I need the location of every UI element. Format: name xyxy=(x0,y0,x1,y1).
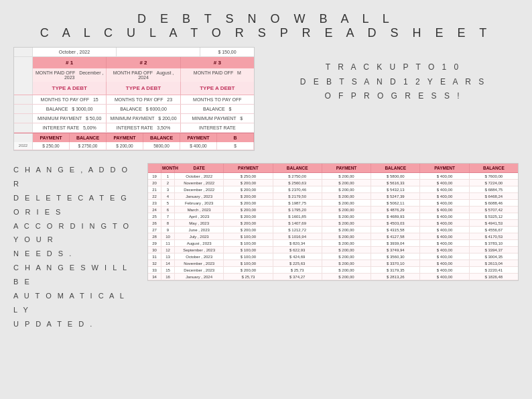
table-row: 202November , 2022$ 200,00$ 2560,63$ 200… xyxy=(148,180,518,186)
row-label xyxy=(14,114,33,123)
table-cell: 4 xyxy=(161,193,175,199)
table-cell: January , 2023 xyxy=(175,193,224,199)
table-cell: $ 820,34 xyxy=(273,240,322,246)
table-row: 257April , 2023$ 200,00$ 1601,85$ 200,00… xyxy=(148,213,518,220)
change-line3: A C C O R D I N G T O Y O U R xyxy=(13,219,134,247)
balance-1: BALANCE $ 3000,00 xyxy=(33,105,107,113)
table-row: 3214November , 2023$ 100,00$ 225,63$ 200… xyxy=(148,260,518,267)
change-line5: C H A N G E S W I L L B E xyxy=(13,261,134,289)
title-line1: D E B T S N O W B A L L xyxy=(40,12,492,26)
type-debt-1: TYPE A DEBT xyxy=(33,82,107,95)
table-cell: $ 5062,11 xyxy=(371,200,420,206)
table-cell: 24 xyxy=(148,207,161,213)
table-cell: 26 xyxy=(148,220,161,226)
table-cell: $ 3370,10 xyxy=(371,260,420,266)
table-cell: $ 200,00 xyxy=(224,186,273,192)
payment-labels-row: PAYMENT BALANCE PAYMENT BALANCE PAYMENT … xyxy=(14,133,254,142)
interest-1: INTEREST RATE 5,00% xyxy=(33,123,107,132)
table-cell: $ 200,00 xyxy=(322,173,371,179)
table-cell: $ 200,00 xyxy=(224,267,273,273)
bal-val-2: 5800,00 xyxy=(143,142,180,150)
row-label xyxy=(14,123,33,132)
table-cell: $ 4503,03 xyxy=(371,220,420,226)
header-pay3: PAYMENT xyxy=(420,164,469,172)
table-cell: $ 400,00 xyxy=(420,240,469,246)
table-cell: $ 2179,50 xyxy=(273,193,322,199)
table-cell: $ 5616,33 xyxy=(371,180,420,186)
type-debt-row: TYPE A DEBT TYPE A DEBT TYPE A DEBT xyxy=(14,82,254,95)
row-label xyxy=(14,57,33,68)
table-cell: $ 400,00 xyxy=(420,267,469,273)
table-cell: December , 2023 xyxy=(175,267,224,273)
table-cell: 1 xyxy=(161,173,175,179)
table-cell: $ 6468,24 xyxy=(470,193,518,199)
table-cell: $ 2560,63 xyxy=(273,180,322,186)
table-row: 268May , 2023$ 200,00$ 1407,69$ 200,00$ … xyxy=(148,220,518,227)
table-cell: $ 5325,12 xyxy=(470,213,518,219)
balance-row: BALANCE $ 3000,00 BALANCE $ 6000,00 BALA… xyxy=(14,105,254,114)
table-cell: $ 100,00 xyxy=(224,253,273,260)
table-cell: $ 200,00 xyxy=(224,193,273,199)
pay-val-3: $ 400,00 xyxy=(180,142,217,150)
table-cell: $ 2220,41 xyxy=(470,267,518,273)
min-pay-1: MINIMUM PAYMENT $ 50,00 xyxy=(33,114,107,123)
ssb-body: 191October , 2022$ 250,00$ 2750,00$ 200,… xyxy=(148,173,518,280)
table-cell: $ 200,00 xyxy=(322,253,371,260)
title-area: D E B T S N O W B A L L C A L C U L A T … xyxy=(40,12,492,40)
table-row: 3416January , 2024$ 25,73$ 374,27$ 200,0… xyxy=(148,274,518,280)
bal-label-2: BALANCE xyxy=(143,133,180,142)
table-cell: $ 3783,10 xyxy=(470,240,518,246)
table-cell: $ 400,00 xyxy=(420,274,469,280)
table-row: 3113October , 2023$ 100,00$ 424,69$ 200,… xyxy=(148,253,518,260)
table-cell: $ 3560,30 xyxy=(371,253,420,260)
change-line7: U P D A T E D . xyxy=(13,317,134,331)
table-cell: $ 1601,85 xyxy=(273,213,322,219)
table-row: 213December , 2022$ 200,00$ 2370,46$ 200… xyxy=(148,186,518,193)
change-panel: C H A N G E , A D D O R D E L E T E C A … xyxy=(13,163,134,331)
track-line3: O F P R O G R E S S ! xyxy=(300,89,487,104)
table-cell: $ 5707,42 xyxy=(470,207,518,213)
table-cell: $ 6088,46 xyxy=(470,200,518,206)
title-line2: C A L C U L A T O R S P R E A D S H E E … xyxy=(40,26,492,40)
table-cell: $ 7224,00 xyxy=(470,180,518,186)
table-cell: $ 100,00 xyxy=(224,233,273,239)
table-cell: $ 25,73 xyxy=(224,274,273,280)
table-cell: April , 2023 xyxy=(175,213,224,219)
col-header-3: # 3 xyxy=(181,57,254,68)
table-cell: $ 400,00 xyxy=(420,260,469,266)
header-bal1: BALANCE xyxy=(273,164,322,172)
header-num xyxy=(148,164,161,172)
ss-header-row: October , 2022 $ 150,00 xyxy=(14,48,254,57)
table-cell: $ 400,00 xyxy=(420,180,469,186)
row-label xyxy=(14,105,33,113)
table-cell: $ 400,00 xyxy=(420,233,469,239)
table-cell: $ 200,00 xyxy=(322,207,371,213)
table-cell: October , 2023 xyxy=(175,253,224,260)
table-cell: $ 1826,48 xyxy=(470,274,518,280)
col-header-1: # 1 xyxy=(33,57,107,68)
row-label xyxy=(14,68,33,82)
spreadsheet-bottom: MONTH DATE PAYMENT BALANCE PAYMENT BALAN… xyxy=(147,163,519,281)
table-row: 279June , 2023$ 200,00$ 1212,72$ 200,00$… xyxy=(148,227,518,233)
pay-val-2: $ 200,00 xyxy=(107,142,143,150)
header-date: DATE xyxy=(175,164,224,172)
table-cell: $ 200,00 xyxy=(322,200,371,206)
table-cell: 25 xyxy=(148,213,161,219)
header-pay1: PAYMENT xyxy=(224,164,273,172)
row-label xyxy=(14,133,33,142)
min-pay-3: MINIMUM PAYMENT $ xyxy=(181,114,254,123)
table-cell: May , 2023 xyxy=(175,220,224,226)
table-cell: $ 400,00 xyxy=(420,227,469,233)
spreadsheet-top: October , 2022 $ 150,00 # 1 # 2 # 3 MONT… xyxy=(13,47,255,151)
table-cell: $ 100,00 xyxy=(224,240,273,246)
table-cell: $ 4689,93 xyxy=(371,213,420,219)
table-cell: 6 xyxy=(161,207,175,213)
table-cell: $ 3749,94 xyxy=(371,247,420,253)
table-row: 2911August , 2023$ 100,00$ 820,34$ 200,0… xyxy=(148,240,518,247)
table-row: 191October , 2022$ 250,00$ 2750,00$ 200,… xyxy=(148,173,518,180)
bottom-row: C H A N G E , A D D O R D E L E T E C A … xyxy=(0,156,532,331)
track-line2: D E B T S A N D 1 2 Y E A R S xyxy=(300,75,487,90)
table-cell: $ 374,27 xyxy=(273,274,322,280)
table-cell: $ 200,00 xyxy=(322,267,371,273)
table-cell: $ 4941,53 xyxy=(470,220,518,226)
